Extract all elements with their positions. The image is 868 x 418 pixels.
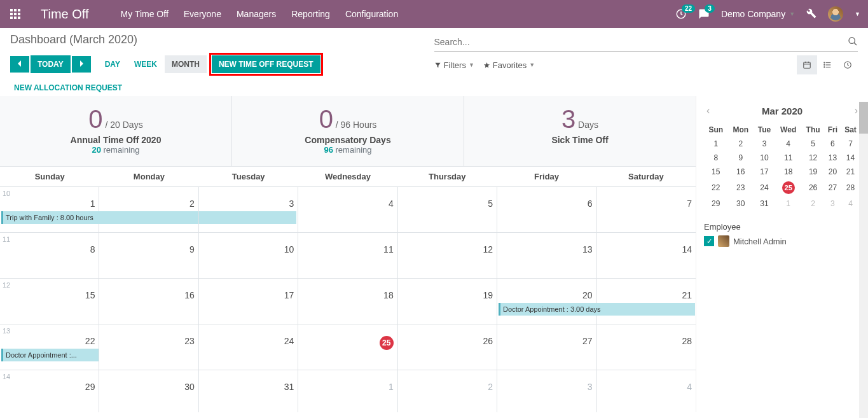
calendar-cell[interactable]: 18 [298,279,397,324]
mini-day[interactable]: 6 [825,137,841,151]
new-time-off-request-button[interactable]: NEW TIME OFF REQUEST [212,55,320,73]
calendar-cell[interactable]: 4 [298,187,397,232]
mini-day[interactable]: 13 [825,151,841,165]
menu-my-time-off[interactable]: My Time Off [121,9,169,19]
calendar-cell[interactable]: 29 [0,370,99,412]
apps-icon[interactable] [8,6,23,22]
mini-day[interactable]: 19 [801,165,824,179]
list-view-button[interactable] [817,55,837,74]
mini-day[interactable]: 29 [704,197,727,211]
activity-view-button[interactable] [837,55,858,74]
calendar-cell[interactable]: 12 [398,233,497,278]
scrollbar[interactable] [859,102,868,412]
calendar-cell[interactable]: 7 [597,187,696,232]
filters-dropdown[interactable]: Filters ▼ [434,60,474,70]
calendar-cell[interactable]: 9 [99,233,198,278]
menu-reporting[interactable]: Reporting [291,9,330,19]
activity-icon[interactable]: 22 [675,8,687,20]
day-view-button[interactable]: DAY [99,56,127,73]
calendar-cell[interactable]: 3 [199,187,298,232]
calendar-cell[interactable]: 4 [597,370,696,412]
today-button[interactable]: TODAY [31,55,71,73]
mini-day[interactable]: 16 [727,165,754,179]
calendar-cell[interactable]: 15 [0,279,99,324]
calendar-cell[interactable]: 26 [398,324,497,370]
calendar-cell[interactable]: 19 [398,279,497,324]
mini-day[interactable]: 23 [727,179,754,197]
employee-row[interactable]: ✓ Mitchell Admin [704,235,860,247]
calendar-cell[interactable]: 16 [99,279,198,324]
search-input[interactable] [434,34,848,50]
app-brand[interactable]: Time Off [41,7,89,22]
calendar-cell[interactable]: 3 [497,370,596,412]
mini-day[interactable]: 2 [801,197,824,211]
mini-day[interactable]: 22 [704,179,727,197]
next-button[interactable] [72,56,91,73]
mini-day[interactable]: 10 [754,151,775,165]
calendar-cell[interactable]: 5 [398,187,497,232]
user-avatar[interactable] [828,6,843,22]
mini-day[interactable]: 3 [754,137,775,151]
mini-day[interactable]: 3 [825,197,841,211]
developer-tools-icon[interactable] [806,8,816,20]
calendar-cell[interactable]: 10 [199,233,298,278]
calendar-cell[interactable]: 22Doctor Appointment :... [0,324,99,370]
messages-icon[interactable]: 3 [698,8,710,20]
mini-day[interactable]: 25 [775,179,801,197]
calendar-cell[interactable]: 8 [0,233,99,278]
calendar-cell[interactable]: 31 [199,370,298,412]
mini-day[interactable]: 1 [775,197,801,211]
mini-day[interactable]: 28 [841,179,860,197]
calendar-cell[interactable]: 20Doctor Appointment : 3.00 days [497,279,596,324]
menu-configuration[interactable]: Configuration [345,9,398,19]
menu-everyone[interactable]: Everyone [184,9,221,19]
mini-day[interactable]: 11 [775,151,801,165]
calendar-cell[interactable]: 23 [99,324,198,370]
mini-day[interactable]: 4 [841,197,860,211]
mini-day[interactable]: 27 [825,179,841,197]
search-icon[interactable] [848,36,858,48]
calendar-event[interactable]: Doctor Appointment :... [1,349,99,361]
calendar-cell[interactable]: 27 [497,324,596,370]
checkbox-checked-icon[interactable]: ✓ [704,236,714,246]
mini-day[interactable]: 17 [754,165,775,179]
mini-prev-button[interactable]: ‹ [704,102,712,119]
mini-day[interactable]: 5 [801,137,824,151]
mini-day[interactable]: 30 [727,197,754,211]
calendar-cell[interactable]: 1 [298,370,397,412]
calendar-cell[interactable]: 21 [597,279,696,324]
mini-day[interactable]: 4 [775,137,801,151]
mini-day[interactable]: 14 [841,151,860,165]
chevron-down-icon[interactable]: ▼ [855,11,860,17]
mini-day[interactable]: 7 [841,137,860,151]
mini-day[interactable]: 26 [801,179,824,197]
mini-day[interactable]: 1 [704,137,727,151]
calendar-cell[interactable]: 1Trip with Family : 8.00 hours [0,187,99,232]
calendar-cell[interactable]: 11 [298,233,397,278]
mini-day[interactable]: 15 [704,165,727,179]
mini-day[interactable]: 2 [727,137,754,151]
mini-day[interactable]: 8 [704,151,727,165]
mini-day[interactable]: 20 [825,165,841,179]
calendar-cell[interactable]: 28 [597,324,696,370]
month-view-button[interactable]: MONTH [165,55,207,73]
calendar-cell[interactable]: 2 [99,187,198,232]
menu-managers[interactable]: Managers [237,9,276,19]
calendar-cell[interactable]: 14 [597,233,696,278]
calendar-cell[interactable]: 25 [298,324,397,370]
calendar-cell[interactable]: 24 [199,324,298,370]
calendar-cell[interactable]: 13 [497,233,596,278]
calendar-cell[interactable]: 17 [199,279,298,324]
new-allocation-request-button[interactable]: NEW ALLOCATION REQUEST [10,80,128,96]
mini-day[interactable]: 12 [801,151,824,165]
week-view-button[interactable]: WEEK [128,56,163,73]
mini-day[interactable]: 31 [754,197,775,211]
calendar-cell[interactable]: 6 [497,187,596,232]
calendar-cell[interactable]: 2 [398,370,497,412]
prev-button[interactable] [10,56,29,73]
company-switcher[interactable]: Demo Company ▼ [721,9,795,19]
mini-day[interactable]: 18 [775,165,801,179]
mini-day[interactable]: 9 [727,151,754,165]
favorites-dropdown[interactable]: Favorites ▼ [483,60,535,70]
mini-day[interactable]: 24 [754,179,775,197]
